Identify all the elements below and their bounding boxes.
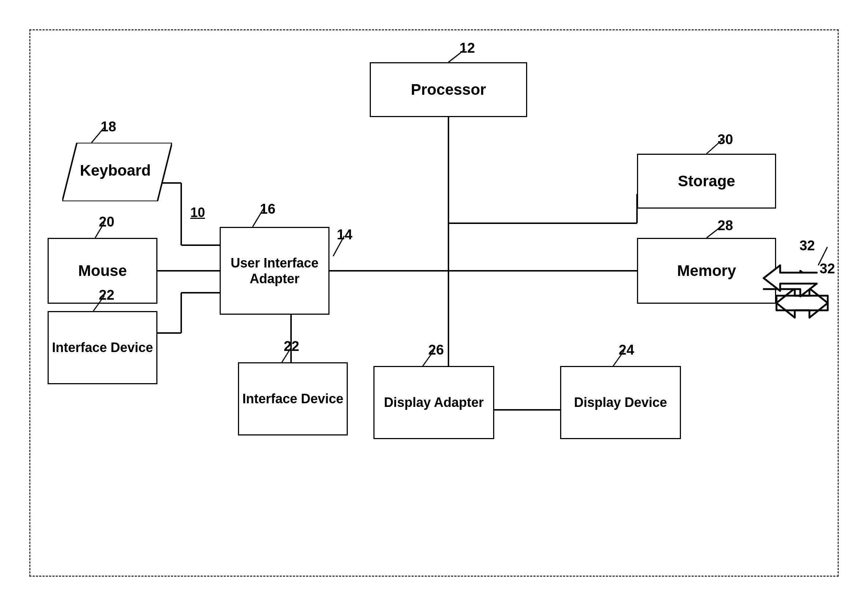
diagram-container: Processor 12 Storage 30 Memory 28 User I… [15,15,853,591]
storage-node: Storage [637,154,776,209]
interface-device-left-ref: 22 [99,287,114,303]
svg-marker-32 [777,288,828,318]
bus-ref: 14 [337,227,352,243]
interface-device-left-node: Interface Device [48,311,157,384]
interface-device-center-ref: 22 [284,339,299,354]
storage-ref: 30 [718,132,733,147]
memory-node: Memory [637,238,776,304]
memory-ref: 28 [718,218,733,233]
svg-marker-31 [777,288,828,318]
arrow-icon-container: 32 [773,281,831,325]
keyboard-ref: 18 [101,119,116,134]
display-device-ref: 24 [619,342,634,358]
arrow-ref: 32 [820,261,835,277]
processor-node: Processor [370,62,527,117]
display-adapter-ref: 26 [428,342,444,358]
mouse-ref: 20 [99,214,114,230]
system-ref: 10 [191,205,205,220]
arrow-icon-ref: 32 [800,238,815,254]
display-adapter-node: Display Adapter [374,366,494,439]
interface-device-center-node: Interface Device [238,362,348,436]
double-arrow-icon [773,281,831,325]
uia-ref: 16 [260,201,275,217]
processor-ref: 12 [459,40,475,56]
uia-node: User Interface Adapter [220,227,330,315]
display-device-node: Display Device [560,366,681,439]
